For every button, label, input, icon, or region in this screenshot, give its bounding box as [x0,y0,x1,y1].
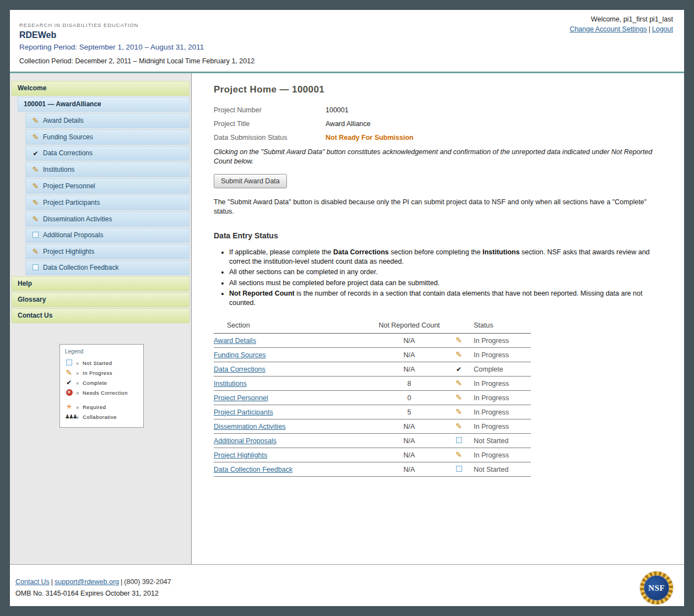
sidebar-item-label: Glossary [18,296,46,303]
sidebar-item-glossary[interactable]: Glossary [12,292,189,307]
data-entry-notes: If applicable, please complete the Data … [229,248,667,307]
status-text: Complete [467,362,531,377]
change-account-settings-link[interactable]: Change Account Settings [570,25,647,33]
equals-sign: = [76,360,83,366]
bullet-text: If applicable, please complete the [229,248,333,256]
field-label: Project Title [214,120,326,128]
field-label: Data Submission Status [214,134,326,141]
field-label: Project Number [214,106,326,114]
footer-phone: (800) 392-2047 [124,578,171,586]
sidebar-item-data-collection-feedback[interactable]: Data Collection Feedback [25,260,189,275]
header: RESEARCH IN DISABILITIES EDUCATION RDEWe… [10,10,684,72]
column-header-section: Section [214,319,368,334]
submit-award-data-button[interactable]: Submit Award Data [214,174,287,188]
sidebar-item-data-corrections[interactable]: Data Corrections [25,146,189,161]
sidebar-item-funding-sources[interactable]: Funding Sources [25,129,189,145]
section-link-project-highlights[interactable]: Project Highlights [214,451,267,459]
sidebar-item-contact-us[interactable]: Contact Us [12,308,189,323]
not-reported-count: N/A [368,462,451,477]
equals-sign: = [76,370,83,376]
sidebar-item-institutions[interactable]: Institutions [25,162,189,177]
legend-item: =Not Started [65,358,138,368]
sidebar-item-label: Funding Sources [43,134,93,141]
page-title: Project Home — 100001 [214,84,673,95]
sidebar-item-project-participants[interactable]: Project Participants [25,195,189,210]
footer-contact-us-link[interactable]: Contact Us [15,578,50,586]
sidebar-item-project-highlights[interactable]: Project Highlights [25,244,189,259]
button-disabled-note: The "Submit Award Data" button is disabl… [214,198,669,216]
section-link-dissemination-activities[interactable]: Dissemination Activities [214,423,286,430]
sidebar-item-project-personnel[interactable]: Project Personnel [25,178,189,194]
status-icon [455,422,463,430]
sidebar-item-label: Additional Proposals [43,232,103,239]
status-icon [31,133,40,141]
status-text: In Progress [467,377,531,391]
sidebar-item-label: Project Highlights [43,248,94,255]
table-row: Additional Proposals N/A Not Started [214,434,531,448]
bullet-text-bold: Not Reported Count [229,290,295,297]
legend-item: =Needs Correction [65,388,138,397]
section-link-project-participants[interactable]: Project Participants [214,408,273,416]
sidebar-item-label: Award Details [43,117,84,124]
footer-contact-line: Contact Us|support@rdeweb.org|(800) 392-… [15,578,684,586]
nsf-logo-text: NSF [644,575,669,601]
section-link-award-details[interactable]: Award Details [214,337,256,345]
submit-disclaimer-text: Clicking on the "Submit Award Data" butt… [214,148,666,166]
sidebar-item-dissemination-activities[interactable]: Dissemination Activities [25,211,189,227]
separator: | [649,25,650,33]
status-text: In Progress [467,348,531,362]
section-link-data-corrections[interactable]: Data Corrections [214,366,265,373]
legend-item-label: Complete [83,380,138,386]
table-row: Project Participants 5 In Progress [214,405,531,419]
status-text: In Progress [467,419,531,434]
sidebar-item-label: Data Corrections [43,150,93,157]
error-icon [65,389,73,396]
footer-email-link[interactable]: support@rdeweb.org [55,578,119,586]
status-text: Not Started [467,434,531,448]
sidebar-item-additional-proposals[interactable]: Additional Proposals [25,228,189,243]
table-row: Award Details N/A In Progress [214,334,531,348]
status-text: Not Started [467,462,531,477]
section-link-funding-sources[interactable]: Funding Sources [214,351,266,359]
sidebar-item-welcome[interactable]: Welcome [12,81,189,96]
bullet-item: Not Reported Count is the number of reco… [229,289,667,307]
project-title-row: Project Title Award Alliance [214,120,673,128]
logout-link[interactable]: Logout [652,25,673,33]
app-window: RESEARCH IN DISABILITIES EDUCATION RDEWe… [10,10,684,606]
section-link-data-collection-feedback[interactable]: Data Collection Feedback [214,466,292,473]
collection-period: Collection Period: December 2, 2011 – Mi… [19,57,673,65]
table-row: Funding Sources N/A In Progress [214,348,531,362]
legend-item-label: Required [83,404,138,410]
section-link-institutions[interactable]: Institutions [214,380,247,388]
legend-item: =In Progress [65,368,138,378]
bullet-item: If applicable, please complete the Data … [229,248,667,266]
submission-status-row: Data Submission Status Not Ready For Sub… [214,134,673,141]
status-icon [455,379,463,388]
sidebar: Welcome 100001 — AwardAlliance Award Det… [10,73,192,564]
sidebar-item-label: Welcome [18,85,46,92]
status-text: In Progress [467,448,531,462]
not-reported-count: 0 [368,391,451,405]
omb-notice: OMB No. 3145-0164 Expires October 31, 20… [15,590,684,597]
not-reported-count: 8 [368,377,451,391]
table-row: Project Personnel 0 In Progress [214,391,531,405]
table-header-row: Section Not Reported Count Status [214,319,531,334]
status-icon [31,248,40,255]
status-text: In Progress [467,391,531,405]
table-row: Data Corrections N/A Complete [214,362,531,377]
sidebar-item-label: Project Participants [43,199,100,206]
sidebar-item-label: Contact Us [18,312,52,319]
section-link-project-personnel[interactable]: Project Personnel [214,394,268,402]
status-icon [31,199,40,206]
status-icon [455,437,463,445]
status-text: In Progress [467,334,531,348]
sidebar-item-award-details[interactable]: Award Details [25,113,189,128]
legend-box: Legend =Not Started =In Progress =Comple… [59,344,144,428]
section-link-additional-proposals[interactable]: Additional Proposals [214,437,276,445]
status-icon [455,466,463,473]
not-reported-count: N/A [368,362,451,377]
sidebar-item-help[interactable]: Help [12,276,189,291]
equals-sign: = [76,380,83,386]
sidebar-item-project[interactable]: 100001 — AwardAlliance [18,97,189,112]
legend-spacer [65,397,138,402]
